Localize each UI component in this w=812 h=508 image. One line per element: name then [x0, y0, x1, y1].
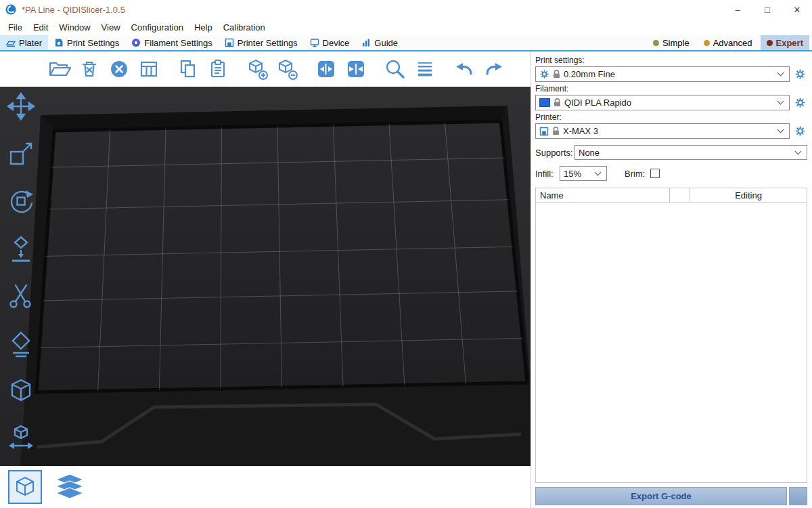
delete-button[interactable]: [77, 57, 102, 81]
minimize-button[interactable]: –: [723, 0, 752, 19]
tabbar: Plater Print Settings Filament Settings …: [0, 35, 812, 51]
scene-3d[interactable]: [0, 87, 531, 466]
search-icon: [384, 58, 407, 81]
tab-print-settings[interactable]: Print Settings: [48, 35, 125, 50]
menu-calibration[interactable]: Calibration: [218, 19, 271, 35]
filament-combo[interactable]: QIDI PLA Rapido: [535, 95, 790, 110]
rotate-button[interactable]: [4, 184, 38, 218]
redo-icon: [482, 58, 505, 81]
open-folder-icon: [48, 58, 71, 81]
supports-combo[interactable]: None: [574, 145, 807, 160]
chevron-down-icon: [777, 70, 784, 77]
print-settings-combo[interactable]: 0.20mm Fine: [535, 66, 790, 82]
paste-button[interactable]: [206, 57, 230, 81]
measure-button[interactable]: [4, 374, 38, 408]
tab-label: Print Settings: [67, 38, 119, 48]
chevron-down-icon: [777, 127, 784, 133]
menu-file[interactable]: File: [3, 19, 28, 35]
printer-row: X-MAX 3: [535, 123, 807, 139]
open-button[interactable]: [47, 57, 72, 81]
infill-label: Infill:: [535, 169, 560, 179]
menu-view[interactable]: View: [96, 19, 126, 35]
print-bed: [0, 87, 531, 466]
assembly-button[interactable]: [4, 421, 38, 455]
column-extruder: [669, 188, 690, 203]
scale-button[interactable]: [4, 137, 38, 171]
tab-filament-settings[interactable]: Filament Settings: [125, 35, 218, 50]
menu-help[interactable]: Help: [189, 19, 218, 35]
cube-width-arrows-icon: [6, 423, 36, 453]
object-list-body[interactable]: [535, 203, 807, 483]
measure-cube-icon: [6, 376, 36, 406]
tab-label: Guide: [374, 38, 398, 48]
print-settings-gear-button[interactable]: [792, 67, 807, 82]
settings-sidebar: Print settings: 0.20mm Fine Filament: QI…: [531, 51, 812, 508]
cut-button[interactable]: [4, 279, 38, 313]
copy-button[interactable]: [176, 57, 200, 81]
split-to-objects-button[interactable]: [314, 57, 338, 81]
menu-window[interactable]: Window: [53, 19, 95, 35]
printer-gear-button[interactable]: [792, 124, 807, 139]
variable-layer-height-button[interactable]: [413, 57, 437, 81]
remove-instance-icon: [275, 58, 298, 81]
printer-label: Printer:: [535, 112, 807, 122]
seam-button[interactable]: [4, 326, 38, 360]
place-on-face-button[interactable]: [4, 232, 38, 266]
menu-edit[interactable]: Edit: [28, 19, 53, 35]
mode-simple[interactable]: Simple: [647, 35, 696, 50]
seam-diamond-icon: [6, 329, 36, 358]
editor-view-button[interactable]: [8, 470, 42, 504]
add-instance-icon: [246, 58, 269, 81]
print-settings-icon: [54, 38, 64, 47]
filament-value: QIDI PLA Rapido: [564, 98, 631, 108]
supports-label: Supports:: [535, 148, 574, 158]
copy-icon: [177, 58, 200, 81]
brim-checkbox[interactable]: [650, 169, 660, 178]
filament-gear-button[interactable]: [792, 96, 807, 110]
object-list: Name Editing: [535, 188, 807, 483]
rotate-icon: [6, 186, 36, 216]
place-on-face-icon: [6, 234, 36, 263]
trash-icon: [78, 58, 101, 81]
export-gcode-button[interactable]: Export G-code: [535, 487, 787, 505]
add-instance-button[interactable]: [245, 57, 269, 81]
mode-advanced[interactable]: Advanced: [698, 35, 759, 50]
export-options-button[interactable]: [789, 487, 807, 505]
tab-label: Filament Settings: [144, 38, 212, 48]
tab-guide[interactable]: Guide: [355, 35, 404, 50]
preview-layers-button[interactable]: [53, 470, 87, 504]
remove-instance-button[interactable]: [275, 57, 299, 81]
split-parts-icon: [344, 58, 367, 81]
tab-device[interactable]: Device: [304, 35, 356, 50]
simple-mode-dot-icon: [653, 40, 659, 46]
maximize-button[interactable]: □: [752, 0, 782, 19]
app-logo-icon: [5, 4, 16, 15]
delete-all-icon: [108, 58, 131, 81]
chevron-down-icon: [777, 98, 784, 105]
move-icon: [6, 91, 36, 121]
delete-all-button[interactable]: [107, 57, 131, 81]
redo-button[interactable]: [482, 57, 506, 81]
search-button[interactable]: [383, 57, 407, 81]
menu-configuration[interactable]: Configuration: [126, 19, 189, 35]
cube-3d-icon: [14, 475, 36, 499]
printer-settings-icon: [225, 38, 234, 47]
mode-label: Expert: [776, 38, 803, 48]
move-button[interactable]: [4, 89, 38, 123]
tab-printer-settings[interactable]: Printer Settings: [219, 35, 304, 50]
print-settings-label: Print settings:: [535, 56, 807, 65]
mode-expert[interactable]: Expert: [761, 35, 809, 50]
arrange-button[interactable]: [137, 57, 161, 81]
main-area: Print settings: 0.20mm Fine Filament: QI…: [0, 51, 812, 508]
tab-plater[interactable]: Plater: [0, 35, 48, 50]
close-button[interactable]: ✕: [782, 0, 812, 19]
paste-icon: [206, 58, 229, 81]
undo-button[interactable]: [452, 57, 476, 81]
viewport-3d: [0, 51, 531, 508]
window-controls: – □ ✕: [723, 0, 812, 19]
split-to-parts-button[interactable]: [344, 57, 368, 81]
infill-combo[interactable]: 15%: [560, 166, 607, 181]
gear-icon: [539, 69, 549, 79]
tab-label: Printer Settings: [238, 38, 298, 48]
printer-combo[interactable]: X-MAX 3: [535, 123, 790, 139]
